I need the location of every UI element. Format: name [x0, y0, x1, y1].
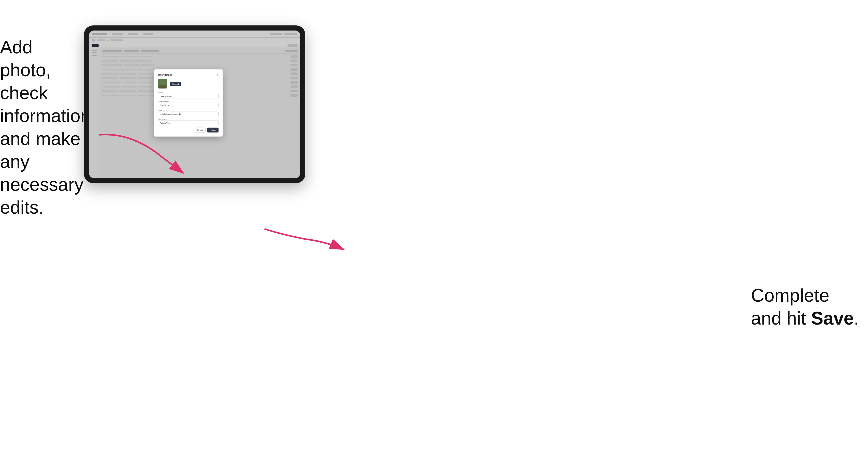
- select-chevron-icon[interactable]: ⌃⌄: [214, 122, 217, 124]
- name-input[interactable]: Blair McHarg: [158, 94, 219, 98]
- email-value: test@clippdcollege.edu: [160, 113, 181, 115]
- name-label: Name: [158, 92, 219, 93]
- name-field-group: Name Blair McHarg: [158, 92, 219, 98]
- email-label: Email address: [158, 110, 219, 111]
- display-name-label: Display name: [158, 100, 219, 102]
- save-button[interactable]: ↑ Save: [207, 128, 219, 132]
- school-year-label: School Year: [158, 118, 219, 120]
- school-year-select[interactable]: Fourth Year × ⌃⌄: [158, 121, 219, 125]
- user-details-modal: User details × Uploa: [154, 69, 223, 136]
- upload-photo-button[interactable]: Upload: [170, 82, 181, 86]
- display-name-input[interactable]: B.McHarg: [158, 103, 219, 107]
- save-label: Save: [211, 129, 216, 131]
- tablet-screen: User details × Uploa: [89, 31, 300, 178]
- email-input[interactable]: test@clippdcollege.edu: [158, 112, 219, 116]
- display-name-value: B.McHarg: [160, 104, 169, 106]
- school-year-value: Fourth Year: [160, 122, 170, 124]
- svg-point-2: [159, 86, 165, 89]
- modal-footer: Cancel ↑ Save: [158, 128, 219, 132]
- school-year-field-group: School Year Fourth Year × ⌃⌄: [158, 118, 219, 125]
- select-clear-icon[interactable]: ×: [212, 122, 213, 124]
- app-background: User details × Uploa: [89, 31, 300, 178]
- photo-section: Upload: [158, 80, 219, 89]
- modal-close-button[interactable]: ×: [217, 73, 219, 76]
- left-annotation: Add photo, check information and make an…: [0, 36, 87, 219]
- name-value: Blair McHarg: [160, 95, 172, 97]
- svg-point-1: [161, 81, 164, 84]
- save-icon: ↑: [210, 129, 211, 131]
- modal-header: User details ×: [158, 73, 219, 76]
- select-controls: × ⌃⌄: [212, 122, 217, 124]
- right-annotation-bold: Save: [811, 308, 854, 329]
- tablet-device: User details × Uploa: [84, 25, 305, 183]
- right-annotation-period: .: [854, 308, 859, 329]
- cancel-button[interactable]: Cancel: [194, 128, 206, 132]
- right-annotation: Complete and hit Save.: [751, 284, 863, 330]
- user-photo-thumbnail: [158, 80, 167, 89]
- email-field-group: Email address test@clippdcollege.edu: [158, 110, 219, 116]
- display-name-field-group: Display name B.McHarg: [158, 100, 219, 107]
- modal-title: User details: [158, 73, 173, 76]
